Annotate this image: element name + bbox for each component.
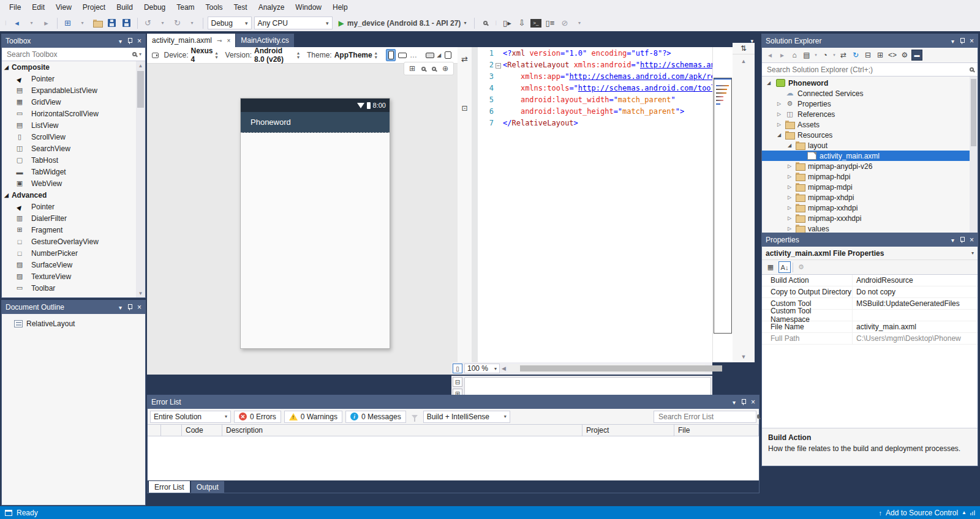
window-menu-icon[interactable]: ▾ — [951, 237, 954, 244]
tree-item-mipmap-xxxhdpi[interactable]: ▷mipmap-xxxhdpi — [762, 213, 970, 223]
intellisense-filter-select[interactable]: Build + IntelliSense▾ — [423, 411, 510, 423]
version-select[interactable]: Android 8.0 (v26) — [254, 47, 295, 64]
collapsed-arrow-icon[interactable]: ▷ — [776, 101, 782, 106]
pin-icon[interactable] — [127, 304, 132, 311]
pane-mode-icon[interactable]: ▯ — [453, 364, 462, 373]
collapsed-arrow-icon[interactable]: ▷ — [786, 163, 793, 169]
collapsed-arrow-icon[interactable]: ▷ — [786, 205, 793, 211]
adb-console-icon[interactable]: >_ — [530, 19, 541, 28]
toolbox-item-textureview[interactable]: ▨TextureView — [2, 271, 136, 282]
solution-explorer-search[interactable] — [762, 63, 978, 77]
collapsed-arrow-icon[interactable]: ▷ — [786, 215, 793, 221]
grid-toggle-icon[interactable]: ⊞ — [409, 64, 415, 73]
code-line[interactable]: <?xml version="1.0" encoding="utf-8"?> — [503, 48, 712, 59]
property-value[interactable]: activity_main.axml — [853, 321, 978, 332]
window-menu-icon[interactable]: ▾ — [119, 38, 122, 45]
navigate-forward-icon[interactable]: ▸ — [40, 17, 53, 29]
split-editor-handle[interactable]: ⇅ — [733, 43, 755, 54]
alphabetical-sort-icon[interactable]: A↓ — [778, 261, 791, 273]
toolbox-search-input[interactable] — [6, 50, 132, 59]
back-icon[interactable]: ◂ — [764, 50, 775, 61]
property-value[interactable]: MSBuild:UpdateGeneratedFiles — [853, 298, 978, 309]
menu-build[interactable]: Build — [111, 1, 138, 14]
tree-item-mipmap-xhdpi[interactable]: ▷mipmap-xhdpi — [762, 192, 970, 203]
scroll-thumb[interactable] — [137, 71, 144, 108]
keyboard-toggle-icon[interactable] — [425, 49, 434, 61]
undo-dropdown-icon[interactable]: ▾ — [157, 17, 169, 29]
toolbox-scrollbar[interactable]: ▲ ▼ — [136, 61, 145, 297]
collapsed-arrow-icon[interactable]: ▷ — [776, 122, 782, 127]
new-item-dropdown-icon[interactable]: ▾ — [77, 17, 89, 29]
breakpoint-margin[interactable] — [472, 47, 478, 362]
navigate-back-icon[interactable]: ◂ — [11, 17, 23, 29]
pin-icon[interactable] — [959, 237, 965, 244]
close-icon[interactable]: × — [751, 398, 755, 406]
properties-title-bar[interactable]: Properties ▾ × — [762, 233, 978, 247]
property-value[interactable]: C:\Users\mgm\Desktop\Phonew — [853, 333, 978, 344]
menu-view[interactable]: View — [50, 1, 77, 14]
android-designer-surface[interactable]: Device: Nexus 4 ▴▾ Version: Android 8.0 … — [147, 47, 458, 375]
menu-analyze[interactable]: Analyze — [253, 1, 290, 14]
toolbox-item-listview[interactable]: ▤ListView — [2, 119, 136, 131]
scope-select[interactable]: Entire Solution▾ — [150, 411, 231, 423]
bottom-tab-output[interactable]: Output — [191, 481, 224, 493]
menu-team[interactable]: Team — [171, 1, 200, 14]
property-row-file-name[interactable]: File Nameactivity_main.axml — [762, 321, 978, 333]
scroll-down-icon[interactable]: ▼ — [136, 289, 145, 297]
toolbar-overflow-icon[interactable]: ▾ — [573, 17, 586, 29]
deploy-package-icon[interactable]: ⇩ — [516, 17, 528, 29]
messages-filter-button[interactable]: i 0 Messages — [345, 411, 406, 423]
new-project-icon[interactable]: ⊞ — [62, 17, 74, 29]
swap-panes-icon[interactable]: ⇄ — [461, 54, 468, 64]
toolbox-item-fragment[interactable]: ⊞Fragment — [2, 224, 136, 236]
code-line[interactable]: android:layout_height="match_parent"> — [503, 106, 712, 118]
scroll-up-icon[interactable]: ▲ — [733, 54, 755, 64]
column-header-code[interactable]: Code — [182, 425, 222, 436]
scroll-thumb[interactable] — [971, 79, 976, 146]
editor-minimap-scrollbar[interactable] — [712, 47, 733, 362]
toolbox-item-numberpicker[interactable]: □NumberPicker — [2, 247, 136, 259]
menu-test[interactable]: Test — [228, 1, 253, 14]
window-menu-icon[interactable]: ▾ — [119, 304, 122, 311]
view-code-icon[interactable]: <> — [887, 50, 898, 61]
chevron-up-icon[interactable]: ▲ — [962, 510, 967, 515]
pending-changes-chevron-icon[interactable]: ▾ — [832, 50, 837, 61]
code-line[interactable]: </RelativeLayout> — [503, 118, 712, 129]
solutions-dropdown-chevron-icon[interactable]: ▾ — [813, 50, 818, 61]
menu-edit[interactable]: Edit — [26, 1, 50, 14]
close-icon[interactable]: × — [137, 303, 141, 312]
split-horizontal-icon[interactable]: ⊟ — [453, 377, 462, 387]
collapse-all-icon[interactable]: ⊟ — [862, 50, 873, 61]
code-text[interactable]: <?xml version="1.0" encoding="utf-8"?><R… — [503, 47, 712, 362]
theme-spinner-icon[interactable]: ▴▾ — [375, 51, 377, 59]
menu-file[interactable]: File — [4, 1, 26, 14]
properties-icon[interactable]: ⚙ — [899, 50, 910, 61]
window-menu-icon[interactable]: ▾ — [951, 38, 954, 45]
code-line[interactable]: xmlns:app="http://schemas.android.com/ap… — [503, 71, 712, 83]
redo-dropdown-icon[interactable]: ▾ — [186, 17, 198, 29]
tree-item-connected services[interactable]: ☁Connected Services — [762, 88, 970, 99]
expanded-arrow-icon[interactable]: ◢ — [766, 80, 772, 86]
solution-configuration-select[interactable]: Debug▾ — [208, 17, 252, 29]
property-row-copy-to-output-directory[interactable]: Copy to Output DirectoryDo not copy — [762, 286, 978, 298]
toolbox-item-expandablelistview[interactable]: ▤ExpandableListView — [2, 84, 136, 96]
tree-item-phoneword[interactable]: ◢Phoneword — [762, 78, 970, 88]
toolbox-section-composite[interactable]: ◢Composite — [2, 61, 136, 73]
bottom-tab-error-list[interactable]: Error List — [149, 481, 190, 493]
tree-item-assets[interactable]: ▷Assets — [762, 119, 970, 130]
pin-icon[interactable]: ⊸ — [217, 37, 222, 44]
pin-icon[interactable] — [127, 38, 132, 45]
pending-changes-icon[interactable]: ◔ — [820, 50, 831, 61]
back-dropdown-icon[interactable]: ▾ — [26, 17, 38, 29]
collapse-region-icon[interactable]: − — [496, 63, 501, 69]
tree-item-resources[interactable]: ◢Resources — [762, 130, 970, 140]
redo-icon[interactable]: ↻ — [172, 17, 184, 29]
designer-source-splitter[interactable]: ⇄ ⊡ — [458, 47, 472, 375]
phone-preview[interactable]: 8:00 Phoneword — [240, 98, 390, 349]
scroll-up-icon[interactable]: ▲ — [136, 61, 145, 70]
portrait-orientation-button[interactable] — [386, 49, 396, 61]
properties-object-selector[interactable]: activity_main.axml File Properties ▾ — [762, 247, 978, 260]
preview-selected-items-icon[interactable]: ▬ — [911, 50, 922, 61]
toolbox-search[interactable]: ▾ — [2, 48, 145, 61]
collapsed-arrow-icon[interactable]: ▷ — [776, 111, 782, 117]
